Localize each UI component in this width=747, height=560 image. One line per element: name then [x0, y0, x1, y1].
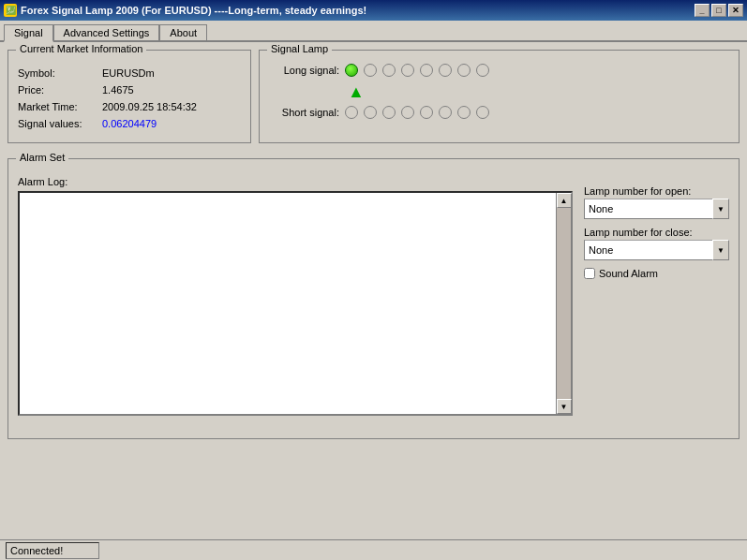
alarm-set-content: Alarm Log: ▲ ▼ Lamp number for open:: [8, 159, 739, 429]
lamp-open-label: Lamp number for open:: [584, 185, 729, 197]
long-lamp-8: [476, 64, 489, 77]
long-lamp-4: [401, 64, 414, 77]
market-info-title: Current Market Information: [16, 43, 146, 54]
tab-advanced-settings[interactable]: Advanced Settings: [53, 24, 160, 40]
sound-alarm-checkbox[interactable]: [584, 268, 595, 279]
market-info-group: Current Market Information Symbol: EURUS…: [7, 50, 251, 143]
long-lamp-2: [364, 64, 377, 77]
short-lamp-5: [420, 106, 433, 119]
short-lamp-4: [401, 106, 414, 119]
alarm-set-title: Alarm Set: [16, 152, 68, 163]
up-arrow-icon: ▲: [348, 82, 365, 101]
short-lamp-2: [364, 106, 377, 119]
lamp-close-label: Lamp number for close:: [584, 227, 729, 238]
lamp-close-dropdown[interactable]: None 1234 5678: [584, 240, 715, 260]
lamp-close-dropdown-wrapper: None 1234 5678 ▼: [584, 240, 729, 260]
alarm-controls: Lamp number for open: None 1234 5678 ▼ L…: [584, 176, 729, 416]
price-label: Price:: [18, 84, 102, 96]
title-bar-buttons: _ □ ✕: [695, 4, 743, 17]
status-text: Connected!: [10, 545, 63, 556]
short-signal-label: Short signal:: [269, 107, 339, 118]
market-time-label: Market Time:: [18, 101, 102, 112]
long-lamp-5: [420, 64, 433, 77]
maximize-button[interactable]: □: [711, 4, 726, 17]
status-panel: Connected!: [6, 542, 99, 559]
window-title: Forex Signal Lamp 2009 (For EURUSD) ----…: [21, 5, 366, 16]
alarm-log-textarea[interactable]: [20, 193, 556, 414]
alarm-set-group: Alarm Set Alarm Log: ▲ ▼: [7, 158, 740, 439]
long-lamp-1: [345, 64, 358, 77]
alarm-log-label: Alarm Log:: [18, 176, 573, 187]
lamp-open-control: Lamp number for open: None 1234 5678 ▼: [584, 185, 729, 219]
short-lamp-3: [382, 106, 396, 119]
signal-values-value: 0.06204479: [102, 118, 241, 129]
lamp-open-dropdown-wrapper: None 1234 5678 ▼: [584, 199, 729, 219]
short-signal-lamps: [345, 106, 489, 119]
signal-lamp-content: Long signal: ▲: [260, 51, 739, 134]
market-table: Symbol: EURUSDm Price: 1.4675 Market Tim…: [18, 64, 241, 133]
top-row: Current Market Information Symbol: EURUS…: [7, 50, 740, 151]
market-info-content: Symbol: EURUSDm Price: 1.4675 Market Tim…: [8, 51, 250, 142]
signal-lamp-title: Signal Lamp: [267, 43, 332, 54]
short-lamp-7: [457, 106, 471, 119]
long-signal-label: Long signal:: [269, 65, 339, 76]
short-lamp-1: [345, 106, 358, 119]
sound-alarm-label: Sound Alarm: [599, 268, 658, 279]
symbol-label: Symbol:: [18, 67, 102, 79]
tab-about[interactable]: About: [159, 24, 207, 40]
signal-values-label: Signal values:: [18, 118, 102, 129]
scrollbar: ▲ ▼: [556, 193, 571, 414]
alarm-log-box: ▲ ▼: [18, 191, 573, 416]
symbol-value: EURUSDm: [102, 67, 241, 79]
close-button[interactable]: ✕: [728, 4, 743, 17]
signal-lamp-group: Signal Lamp Long signal:: [259, 50, 740, 143]
alarm-log-section: Alarm Log: ▲ ▼: [18, 176, 573, 416]
long-lamp-6: [439, 64, 452, 77]
long-signal-row: Long signal:: [269, 64, 729, 77]
lamp-open-dropdown[interactable]: None 1234 5678: [584, 199, 715, 219]
tab-signal[interactable]: Signal: [4, 24, 53, 42]
alarm-inner: Alarm Log: ▲ ▼ Lamp number for open:: [18, 176, 729, 420]
minimize-button[interactable]: _: [695, 4, 710, 17]
main-content: Current Market Information Symbol: EURUS…: [0, 42, 747, 535]
long-signal-lamps: [345, 64, 489, 77]
price-value: 1.4675: [102, 84, 241, 96]
lamp-close-control: Lamp number for close: None 1234 5678 ▼: [584, 227, 729, 260]
market-time-value: 2009.09.25 18:54:32: [102, 101, 241, 112]
sound-alarm-row: Sound Alarm: [584, 268, 729, 279]
title-bar-title: 💹 Forex Signal Lamp 2009 (For EURUSD) --…: [4, 4, 366, 17]
app-icon: 💹: [4, 4, 17, 17]
scroll-down-button[interactable]: ▼: [557, 399, 572, 414]
title-bar: 💹 Forex Signal Lamp 2009 (For EURUSD) --…: [0, 0, 747, 21]
short-lamp-8: [476, 106, 489, 119]
tab-bar: Signal Advanced Settings About: [0, 21, 747, 42]
long-lamp-7: [457, 64, 471, 77]
long-lamp-3: [382, 64, 396, 77]
scroll-track: [557, 208, 571, 399]
scroll-up-button[interactable]: ▲: [557, 193, 572, 208]
status-bar: Connected!: [0, 539, 747, 560]
short-signal-row: Short signal:: [269, 106, 729, 119]
short-lamp-6: [439, 106, 452, 119]
